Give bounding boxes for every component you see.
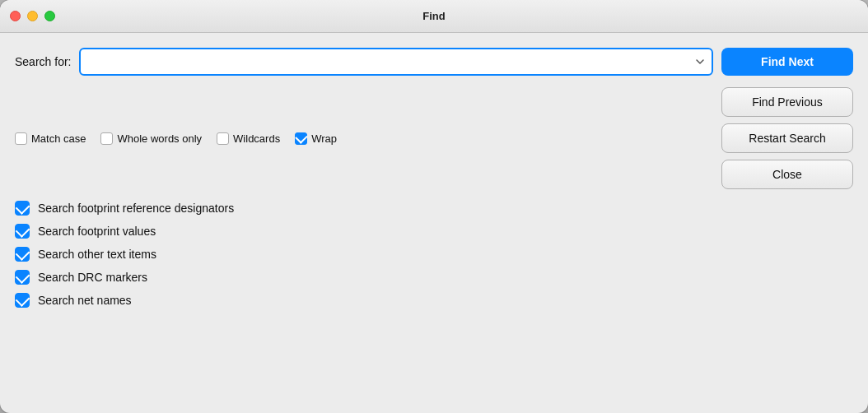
checkbox-cb5[interactable] [15, 293, 30, 308]
check-item-4: Search DRC markers [15, 270, 853, 285]
checkbox-cb3[interactable] [15, 247, 30, 262]
checkbox-cb2[interactable] [15, 224, 30, 239]
find-next-button[interactable]: Find Next [721, 48, 853, 76]
find-dialog: Find Search for: Find Next Match case [0, 0, 868, 413]
wildcards-checkbox[interactable] [217, 132, 229, 145]
checkbox-cb1[interactable] [15, 201, 30, 216]
search-options-checkboxes: Search footprint reference designatorsSe… [15, 201, 853, 398]
checkbox-label-cb5[interactable]: Search net names [38, 294, 132, 307]
wildcards-group: Wildcards [217, 132, 280, 145]
checkbox-label-cb1[interactable]: Search footprint reference designators [38, 202, 234, 215]
search-label: Search for: [15, 55, 71, 68]
wrap-group: Wrap [295, 132, 337, 145]
window-controls [10, 11, 55, 21]
whole-words-group: Whole words only [100, 132, 202, 145]
options-row: Match case Whole words only Wildcards Wr… [15, 132, 721, 145]
checkbox-label-cb4[interactable]: Search DRC markers [38, 271, 147, 284]
search-input[interactable] [87, 55, 693, 68]
restart-search-button[interactable]: Restart Search [721, 123, 853, 153]
check-item-2: Search footprint values [15, 224, 853, 239]
checkbox-label-cb3[interactable]: Search other text items [38, 248, 156, 261]
search-row: Search for: Find Next [15, 48, 853, 76]
wrap-checkbox[interactable] [295, 132, 307, 145]
search-input-wrapper [79, 48, 713, 76]
close-button[interactable]: Close [721, 160, 853, 189]
maximize-window-button[interactable] [44, 11, 55, 21]
whole-words-label[interactable]: Whole words only [117, 132, 202, 145]
check-item-1: Search footprint reference designators [15, 201, 853, 216]
check-item-3: Search other text items [15, 247, 853, 262]
window-title: Find [422, 10, 445, 22]
options-and-buttons: Match case Whole words only Wildcards Wr… [15, 87, 853, 189]
match-case-label[interactable]: Match case [31, 132, 86, 145]
close-window-button[interactable] [10, 11, 21, 21]
checkbox-cb4[interactable] [15, 270, 30, 285]
check-item-5: Search net names [15, 293, 853, 308]
wildcards-label[interactable]: Wildcards [233, 132, 280, 145]
match-case-checkbox[interactable] [15, 132, 27, 145]
dialog-content: Search for: Find Next Match case [0, 33, 868, 413]
match-case-group: Match case [15, 132, 86, 145]
find-previous-button[interactable]: Find Previous [721, 87, 853, 117]
checkbox-label-cb2[interactable]: Search footprint values [38, 225, 156, 238]
minimize-window-button[interactable] [27, 11, 38, 21]
side-buttons: Find Previous Restart Search Close [721, 87, 853, 189]
whole-words-checkbox[interactable] [100, 132, 113, 145]
wrap-label[interactable]: Wrap [311, 132, 337, 145]
title-bar: Find [0, 0, 868, 33]
search-dropdown-button[interactable] [693, 57, 707, 67]
